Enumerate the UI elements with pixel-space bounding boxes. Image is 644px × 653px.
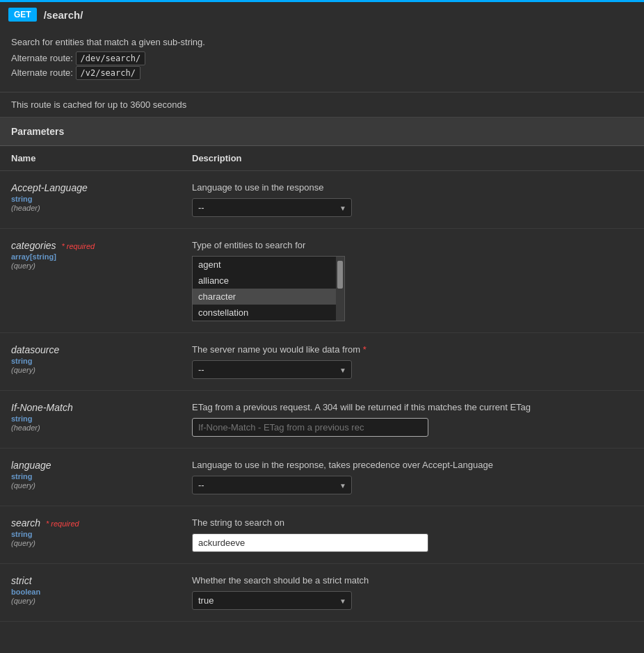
param-left-language: language string (query)	[11, 460, 192, 490]
param-row-categories: categories * required array[string] (que…	[0, 229, 644, 333]
param-type-search: string	[11, 530, 192, 538]
param-name-language: language	[11, 460, 192, 471]
param-desc-accept-language: Language to use in the response	[192, 182, 633, 193]
listbox-options[interactable]: agent alliance character constellation	[193, 257, 336, 321]
column-headers: Name Description	[0, 146, 644, 171]
listbox-option-agent[interactable]: agent	[193, 257, 336, 273]
col-name-header: Name	[11, 153, 192, 163]
alt-route-code-2: /v2/search/	[76, 66, 140, 80]
endpoint-header: GET /search/	[0, 0, 644, 27]
description-section: Search for entities that match a given s…	[0, 27, 644, 92]
param-name-strict: strict	[11, 575, 192, 586]
param-desc-datasource: The server name you would like data from…	[192, 344, 633, 355]
param-row-datasource: datasource string (query) The server nam…	[0, 333, 644, 391]
param-row-language: language string (query) Language to use …	[0, 449, 644, 506]
param-left-accept-language: Accept-Language string (header)	[11, 182, 192, 212]
description-text: Search for entities that match a given s…	[11, 37, 633, 47]
param-type-datasource: string	[11, 357, 192, 365]
param-left-search: search * required string (query)	[11, 517, 192, 547]
param-left-datasource: datasource string (query)	[11, 344, 192, 374]
listbox-option-alliance[interactable]: alliance	[193, 273, 336, 289]
parameters-header: Parameters	[0, 118, 644, 146]
param-left-strict: strict boolean (query)	[11, 575, 192, 605]
param-right-if-none-match: ETag from a previous request. A 304 will…	[192, 402, 633, 437]
alternate-route-2: Alternate route: /v2/search/	[11, 67, 633, 78]
language-select-wrapper[interactable]: -- de en fr ja ko ru zh	[192, 476, 352, 494]
param-location-accept-language: (header)	[11, 204, 192, 212]
param-type-language: string	[11, 472, 192, 481]
datasource-select-wrapper[interactable]: -- tranquility singularity	[192, 360, 352, 379]
param-location-datasource: (query)	[11, 366, 192, 374]
param-row-strict: strict boolean (query) Whether the searc…	[0, 564, 644, 622]
accept-language-select-wrapper[interactable]: -- de en fr ja ko ru zh	[192, 198, 352, 217]
param-desc-if-none-match: ETag from a previous request. A 304 will…	[192, 402, 633, 412]
param-row-accept-language: Accept-Language string (header) Language…	[0, 171, 644, 229]
param-name-if-none-match: If-None-Match	[11, 402, 192, 413]
accept-language-select[interactable]: -- de en fr ja ko ru zh	[192, 198, 352, 217]
param-type-accept-language: string	[11, 195, 192, 203]
param-left-categories: categories * required array[string] (que…	[11, 240, 192, 270]
strict-select[interactable]: true false	[192, 591, 352, 610]
param-right-language: Language to use in the response, takes p…	[192, 460, 633, 494]
param-location-categories: (query)	[11, 261, 192, 270]
categories-listbox[interactable]: agent alliance character constellation	[192, 256, 345, 321]
param-type-categories: array[string]	[11, 252, 192, 261]
param-row-search: search * required string (query) The str…	[0, 506, 644, 564]
param-left-if-none-match: If-None-Match string (header)	[11, 402, 192, 432]
param-right-categories: Type of entities to search for agent all…	[192, 240, 633, 321]
param-location-if-none-match: (header)	[11, 424, 192, 432]
param-row-if-none-match: If-None-Match string (header) ETag from …	[0, 391, 644, 449]
param-type-strict: boolean	[11, 588, 192, 596]
param-desc-search: The string to search on	[192, 517, 633, 528]
listbox-option-constellation[interactable]: constellation	[193, 305, 336, 321]
listbox-inner: agent alliance character constellation	[193, 257, 344, 321]
search-input[interactable]	[192, 533, 428, 552]
categories-required-star: *	[61, 242, 66, 250]
alternate-route-1: Alternate route: /dev/search/	[11, 53, 633, 63]
route-path: /search/	[44, 9, 83, 21]
param-type-if-none-match: string	[11, 414, 192, 423]
method-badge: GET	[8, 8, 37, 22]
param-right-datasource: The server name you would like data from…	[192, 344, 633, 379]
param-location-strict: (query)	[11, 597, 192, 605]
parameters-table: Name Description Accept-Language string …	[0, 146, 644, 622]
param-right-accept-language: Language to use in the response -- de en…	[192, 182, 633, 217]
alt-route-code-1: /dev/search/	[76, 51, 146, 65]
param-name-datasource: datasource	[11, 344, 192, 355]
param-desc-categories: Type of entities to search for	[192, 240, 633, 250]
listbox-scrollbar[interactable]	[336, 257, 344, 321]
param-name-categories: categories * required	[11, 240, 192, 251]
param-right-search: The string to search on	[192, 517, 633, 552]
search-required-label: required	[51, 519, 79, 528]
language-select[interactable]: -- de en fr ja ko ru zh	[192, 476, 352, 494]
scrollbar-thumb	[337, 261, 343, 289]
param-location-search: (query)	[11, 539, 192, 547]
param-name-search: search * required	[11, 517, 192, 529]
col-desc-header: Description	[192, 153, 633, 163]
param-desc-strict: Whether the search should be a strict ma…	[192, 575, 633, 586]
cache-note: This route is cached for up to 3600 seco…	[0, 92, 644, 118]
param-location-language: (query)	[11, 481, 192, 490]
strict-select-wrapper[interactable]: true false	[192, 591, 352, 610]
categories-required-label: required	[67, 242, 95, 250]
param-desc-language: Language to use in the response, takes p…	[192, 460, 633, 470]
datasource-select[interactable]: -- tranquility singularity	[192, 360, 352, 379]
param-name-accept-language: Accept-Language	[11, 182, 192, 193]
param-right-strict: Whether the search should be a strict ma…	[192, 575, 633, 610]
listbox-option-character[interactable]: character	[193, 289, 336, 305]
if-none-match-input[interactable]	[192, 418, 428, 437]
